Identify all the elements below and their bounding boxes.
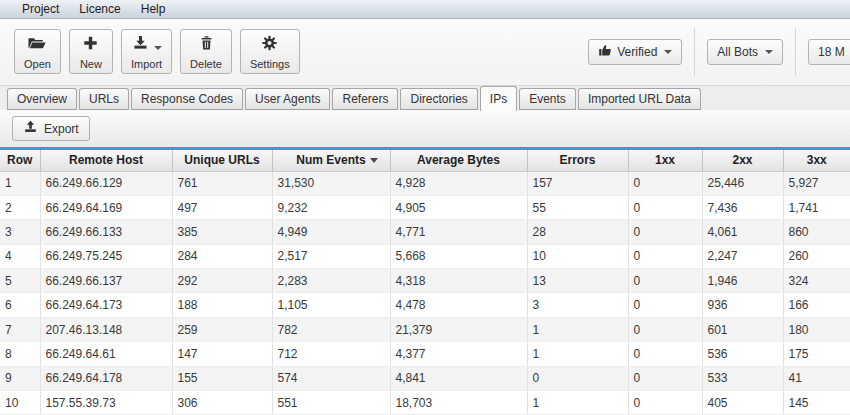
column-header-errors[interactable]: Errors (527, 150, 628, 171)
cell-1xx: 0 (628, 244, 702, 268)
trash-icon (199, 35, 214, 55)
new-button[interactable]: New (69, 29, 113, 74)
menu-item-help[interactable]: Help (131, 1, 176, 17)
cell-3xx: 166 (783, 293, 850, 317)
table-row[interactable]: 5 66.249.66.137 292 2,283 4,318 13 0 1,9… (0, 269, 850, 293)
cell-remote-host: 66.249.64.169 (40, 195, 172, 219)
table-row[interactable]: 4 66.249.75.245 284 2,517 5,668 10 0 2,2… (0, 244, 850, 268)
cell-average-bytes: 18,703 (390, 391, 527, 415)
cell-num-events: 1,105 (272, 293, 390, 317)
tab-events[interactable]: Events (519, 88, 576, 110)
tab-overview[interactable]: Overview (7, 88, 77, 110)
column-header-num-events[interactable]: Num Events (272, 150, 390, 171)
cell-row: 6 (0, 293, 40, 317)
cell-remote-host: 157.55.39.73 (40, 391, 172, 415)
cell-2xx: 936 (702, 293, 783, 317)
cell-remote-host: 66.249.64.173 (40, 293, 172, 317)
cell-row: 7 (0, 317, 40, 341)
cell-average-bytes: 5,668 (390, 244, 527, 268)
import-dropdown-caret-icon (154, 46, 162, 50)
delete-button[interactable]: Delete (180, 29, 232, 74)
table-row[interactable]: 1 66.249.66.129 761 31,530 4,928 157 0 2… (0, 171, 850, 195)
toolbar: Open New Import Delete (0, 19, 850, 86)
column-header-remote-host[interactable]: Remote Host (40, 150, 172, 171)
cell-remote-host: 66.249.66.129 (40, 171, 172, 195)
toolbar-separator (795, 28, 796, 76)
table-row[interactable]: 3 66.249.66.133 385 4,949 4,771 28 0 4,0… (0, 220, 850, 244)
table-row[interactable]: 10 157.55.39.73 306 551 18,703 1 0 405 1… (0, 391, 850, 415)
tab-user-agents[interactable]: User Agents (245, 88, 330, 110)
cell-unique-urls: 497 (172, 195, 272, 219)
tab-directories[interactable]: Directories (400, 88, 477, 110)
verified-dropdown-caret-icon (664, 50, 672, 54)
open-button[interactable]: Open (14, 29, 61, 74)
plus-icon (82, 35, 99, 55)
cell-2xx: 2,247 (702, 244, 783, 268)
import-download-icon (132, 35, 149, 55)
column-header-average-bytes[interactable]: Average Bytes (390, 150, 527, 171)
cell-row: 5 (0, 269, 40, 293)
cell-errors: 10 (527, 244, 628, 268)
menu-bar: Project Licence Help (0, 0, 850, 19)
export-button[interactable]: Export (12, 116, 90, 141)
menu-item-licence[interactable]: Licence (69, 1, 130, 17)
cell-3xx: 145 (783, 391, 850, 415)
date-range-button[interactable]: 18 M (808, 39, 850, 65)
cell-unique-urls: 155 (172, 366, 272, 390)
open-button-label: Open (24, 58, 51, 70)
tab-response-codes[interactable]: Response Codes (131, 88, 243, 110)
cell-1xx: 0 (628, 342, 702, 366)
cell-average-bytes: 4,318 (390, 269, 527, 293)
cell-num-events: 712 (272, 342, 390, 366)
column-header-1xx[interactable]: 1xx (628, 150, 702, 171)
thumbs-up-icon (598, 43, 617, 60)
tab-referers[interactable]: Referers (332, 88, 398, 110)
toolbar-separator (694, 28, 695, 76)
date-range-label: 18 M (818, 45, 845, 59)
cell-remote-host: 66.249.64.61 (40, 342, 172, 366)
cell-num-events: 9,232 (272, 195, 390, 219)
all-bots-filter-button[interactable]: All Bots (707, 39, 783, 65)
table-row[interactable]: 8 66.249.64.61 147 712 4,377 1 0 536 175 (0, 342, 850, 366)
gear-icon (261, 35, 278, 55)
tab-urls[interactable]: URLs (79, 88, 129, 110)
cell-unique-urls: 284 (172, 244, 272, 268)
cell-errors: 55 (527, 195, 628, 219)
verified-filter-button[interactable]: Verified (588, 39, 682, 65)
column-header-row[interactable]: Row (0, 150, 40, 171)
cell-num-events: 574 (272, 366, 390, 390)
export-upload-icon (23, 120, 44, 137)
cell-row: 3 (0, 220, 40, 244)
table-row[interactable]: 9 66.249.64.178 155 574 4,841 0 0 533 41 (0, 366, 850, 390)
cell-unique-urls: 385 (172, 220, 272, 244)
column-header-unique-urls[interactable]: Unique URLs (172, 150, 272, 171)
cell-row: 10 (0, 391, 40, 415)
cell-average-bytes: 4,478 (390, 293, 527, 317)
cell-average-bytes: 4,905 (390, 195, 527, 219)
settings-button[interactable]: Settings (240, 29, 300, 74)
cell-2xx: 536 (702, 342, 783, 366)
cell-unique-urls: 761 (172, 171, 272, 195)
tab-imported-url-data[interactable]: Imported URL Data (578, 88, 701, 110)
table-row[interactable]: 7 207.46.13.148 259 782 21,379 1 0 601 1… (0, 317, 850, 341)
tab-ips[interactable]: IPs (480, 86, 517, 111)
cell-unique-urls: 292 (172, 269, 272, 293)
table-row[interactable]: 2 66.249.64.169 497 9,232 4,905 55 0 7,4… (0, 195, 850, 219)
cell-3xx: 1,741 (783, 195, 850, 219)
column-header-2xx[interactable]: 2xx (702, 150, 783, 171)
cell-errors: 3 (527, 293, 628, 317)
table-row[interactable]: 6 66.249.64.173 188 1,105 4,478 3 0 936 … (0, 293, 850, 317)
cell-2xx: 1,946 (702, 269, 783, 293)
cell-average-bytes: 4,928 (390, 171, 527, 195)
cell-num-events: 551 (272, 391, 390, 415)
cell-1xx: 0 (628, 171, 702, 195)
cell-remote-host: 207.46.13.148 (40, 317, 172, 341)
cell-2xx: 533 (702, 366, 783, 390)
import-button[interactable]: Import (121, 29, 172, 74)
menu-item-project[interactable]: Project (12, 1, 69, 17)
column-header-3xx[interactable]: 3xx (783, 150, 850, 171)
cell-average-bytes: 4,771 (390, 220, 527, 244)
settings-button-label: Settings (250, 58, 290, 70)
cell-average-bytes: 4,377 (390, 342, 527, 366)
cell-num-events: 31,530 (272, 171, 390, 195)
